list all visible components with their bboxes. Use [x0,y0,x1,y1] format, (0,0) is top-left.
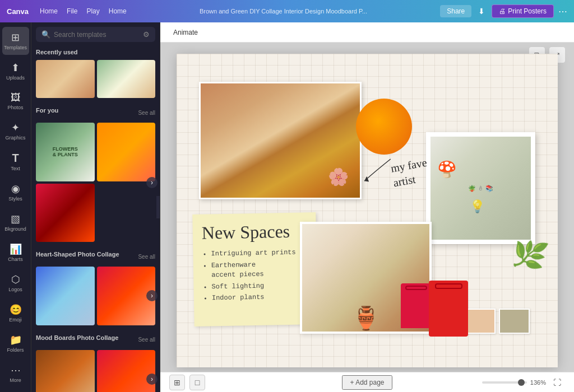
template-thumb-foryou-1[interactable]: FLOWERS& PLANTS [36,123,95,181]
mushroom-sticker[interactable]: 🍄 [437,160,457,179]
folders-icon: 📁 [10,334,22,346]
recently-thumb-1[interactable] [36,60,95,98]
add-page-button[interactable]: + Add page [342,375,392,390]
mood-see-all[interactable]: See all [138,337,155,343]
recently-used-title: Recently used [36,49,155,55]
recently-used-section: Recently used [36,49,155,98]
mood-grid: › [36,350,155,393]
bag-handle-2 [435,283,462,289]
photos-icon: 🖼 [11,92,21,104]
sidebar-label-more: More [10,377,21,383]
filter-icon[interactable]: ⚙ [143,30,150,39]
recently-thumb-2[interactable] [97,60,156,98]
animate-bar: Animate [160,22,574,43]
animate-button[interactable]: Animate [167,26,204,39]
for-you-chevron[interactable]: › [146,177,158,188]
red-bag-1[interactable] [401,283,432,328]
sidebar-item-styles[interactable]: ◉ Styles [2,178,29,206]
room-photo-content: 🪴 🕯 📚 [468,185,493,192]
print-button[interactable]: 🖨 Print Posters [492,4,554,18]
sidebar-label-logos: Logos [8,287,22,292]
page-icon: □ [195,378,200,387]
menu-play[interactable]: Play [86,7,99,15]
sidebar-item-folders[interactable]: 📁 Folders [2,329,29,357]
background-icon: ▧ [11,213,20,225]
sidebar-item-graphics[interactable]: ✦ Graphics [2,117,29,145]
for-you-grid: FLOWERS& PLANTS › [36,123,155,242]
grid-view-button[interactable]: ⊞ [169,375,185,390]
template-heart-1[interactable] [36,267,95,325]
text-icon: T [12,152,18,165]
swatch-sage[interactable] [499,309,530,334]
photo-room-interior[interactable]: 🪴 🕯 📚 [426,132,535,244]
sticky-note[interactable]: New Spaces Intriguing art prints Earthen… [192,212,317,326]
templates-icon: ⊞ [11,31,20,44]
template-thumb-foryou-2[interactable] [97,123,156,181]
fullscreen-button[interactable]: ⛶ [549,375,565,390]
red-bag-2[interactable] [429,281,468,337]
logos-icon: ⬡ [11,273,20,286]
uploads-icon: ⬆ [11,62,20,74]
sidebar-label-photos: Photos [7,105,23,110]
sidebar-item-emoji[interactable]: 😊 Emoji [2,299,29,327]
sticky-title: New Spaces [202,221,308,242]
swatch-peach[interactable] [465,309,496,334]
canvas-bottom-left: ⊞ □ [169,375,205,390]
sidebar-item-text[interactable]: T Text [2,147,29,176]
zoom-percentage: 136% [530,379,546,386]
search-input[interactable] [54,31,140,39]
sidebar-item-templates[interactable]: ⊞ Templates [2,27,29,55]
menu-home[interactable]: Home [40,7,58,15]
design-canvas[interactable]: 🌸 my faveartist 🪴 🕯 📚 [177,54,558,367]
sidebar-item-more[interactable]: ⋯ More [2,360,29,388]
plant-leaves[interactable]: 🌿 [508,235,550,275]
heart-see-all[interactable]: See all [138,254,155,260]
for-you-title: For you [36,107,58,114]
mood-chevron[interactable]: › [146,374,158,385]
search-bar: 🔍 ⚙ [36,27,155,42]
template-thumb-foryou-3[interactable] [36,184,95,242]
bullet-4: Indoor plants [212,292,308,304]
top-bar-left: Canva Home File Play Home [7,7,127,16]
for-you-see-all[interactable]: See all [138,110,155,116]
vase-decoration: 🏺 [352,305,380,332]
canvas-area: Animate ⧉ ⤢ 🌸 [160,22,574,392]
bullet-2: Earthenwareaccent pieces [211,259,308,280]
lamp-decoration: 💡 [470,199,485,214]
print-icon: 🖨 [499,7,506,15]
page-view-button[interactable]: □ [189,375,205,390]
sidebar-item-logos[interactable]: ⬡ Logos [2,269,29,297]
main-layout: ⊞ Templates ⬆ Uploads 🖼 Photos ✦ Graphic… [0,22,574,392]
sidebar-item-uploads[interactable]: ⬆ Uploads [2,57,29,85]
more-button[interactable]: ⋯ [558,6,567,17]
bullet-1: Intriguing art prints [211,248,307,259]
charts-icon: 📊 [10,243,22,255]
sidebar-item-background[interactable]: ▧ Bkground [2,208,29,236]
menu-file[interactable]: File [67,7,77,15]
flowers-decoration: 🌸 [328,167,349,186]
share-button[interactable]: Share [440,5,471,17]
template-mood-2[interactable] [97,350,156,393]
zoom-controls: 136% ⛶ [482,375,565,390]
photo-warm-interior[interactable]: 🌸 [199,82,362,199]
arrow-decoration [357,156,399,187]
sidebar-item-photos[interactable]: 🖼 Photos [2,87,29,115]
sidebar-label-styles: Styles [8,196,22,202]
sidebar-item-charts[interactable]: 📊 Charts [2,239,29,267]
bag-handle-1 [405,286,427,290]
heart-grid: › [36,267,155,325]
canvas-bottom-bar: ⊞ □ + Add page 136% ⛶ [160,372,574,392]
recently-used-grid [36,60,155,98]
download-button[interactable]: ⬇ [476,4,487,18]
styles-icon: ◉ [11,183,20,195]
zoom-slider[interactable] [482,381,527,384]
app-logo[interactable]: Canva [7,7,29,16]
heart-chevron[interactable]: › [146,290,158,301]
bullet-3: Soft lighting [211,281,308,292]
more-icon: ⋯ [11,364,21,376]
zoom-thumb [518,379,525,386]
canvas-wrapper[interactable]: ⧉ ⤢ 🌸 my favearti [160,43,574,372]
template-mood-1[interactable] [36,350,95,393]
menu-home2[interactable]: Home [109,7,127,15]
collapse-panel-button[interactable]: ‹ [156,196,160,218]
